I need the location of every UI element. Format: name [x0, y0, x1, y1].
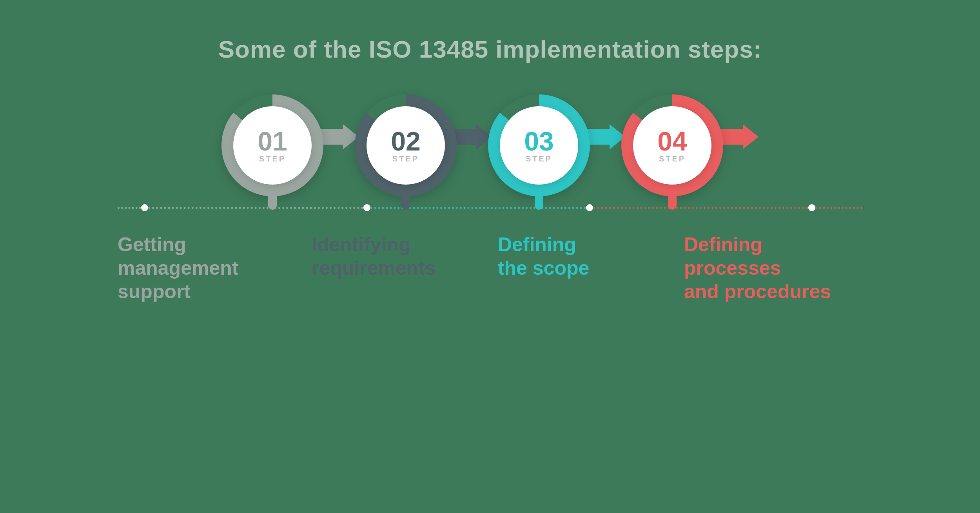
- arrow-3: [586, 124, 625, 151]
- step-2-label: STEP: [392, 154, 419, 163]
- step-1-label: STEP: [259, 154, 286, 163]
- step-1-number: 01: [258, 128, 287, 154]
- step-2-inner: 02 STEP: [367, 106, 445, 185]
- svg-marker-2: [586, 124, 625, 149]
- step-2-number: 02: [391, 128, 421, 154]
- label-4-line3: and procedures: [684, 280, 862, 303]
- timeline-dot-3: [586, 204, 593, 211]
- step-3-label: STEP: [526, 154, 552, 163]
- arrow-2: [453, 124, 492, 151]
- svg-marker-0: [319, 124, 359, 149]
- step-4-ring: 04 STEP: [621, 94, 723, 196]
- label-4-line1: Defining: [684, 233, 862, 256]
- label-1-line1: Getting: [118, 233, 304, 256]
- label-4-line2: processes: [684, 256, 862, 280]
- step-3-inner: 03 STEP: [500, 106, 578, 185]
- label-1-line3: support: [118, 280, 304, 303]
- svg-marker-3: [719, 124, 759, 149]
- step-4-number: 04: [657, 128, 687, 154]
- step-2-ring: 02 STEP: [355, 94, 457, 196]
- step-3: 03 STEP: [488, 94, 590, 196]
- label-2-line2: requirements: [312, 256, 490, 280]
- label-4: Defining processes and procedures: [676, 233, 862, 303]
- label-3: Defining the scope: [490, 233, 676, 280]
- labels-row: Getting management support Identifying r…: [118, 233, 862, 303]
- label-2: Identifying requirements: [304, 233, 490, 280]
- step-4: 04 STEP: [621, 94, 723, 196]
- step-2: 02 STEP: [355, 94, 457, 196]
- step-3-number: 03: [524, 128, 554, 154]
- step-3-tail: [535, 195, 543, 210]
- step-4-inner: 04 STEP: [633, 106, 711, 185]
- step-1-inner: 01 STEP: [233, 106, 312, 185]
- label-1: Getting management support: [118, 233, 304, 303]
- infographic: Some of the ISO 13485 implementation ste…: [59, 0, 921, 303]
- step-4-tail: [668, 195, 677, 210]
- svg-marker-1: [453, 124, 492, 149]
- label-2-line1: Identifying: [312, 233, 490, 256]
- timeline-dot-1: [141, 204, 148, 211]
- step-1-tail: [268, 195, 277, 210]
- label-3-line2: the scope: [498, 256, 676, 280]
- page-title: Some of the ISO 13485 implementation ste…: [218, 35, 762, 63]
- step-3-ring: 03 STEP: [488, 94, 590, 196]
- timeline-dot-4: [808, 204, 815, 211]
- timeline: [118, 204, 862, 211]
- step-1-ring: 01 STEP: [221, 94, 323, 196]
- arrow-1: [319, 124, 359, 151]
- timeline-dot-2: [363, 204, 370, 211]
- step-4-label: STEP: [659, 154, 686, 163]
- step-2-tail: [401, 195, 410, 210]
- step-1: 01 STEP: [221, 94, 323, 196]
- label-1-line2: management: [118, 256, 304, 280]
- label-3-line1: Defining: [498, 233, 676, 256]
- arrow-4: [719, 124, 759, 151]
